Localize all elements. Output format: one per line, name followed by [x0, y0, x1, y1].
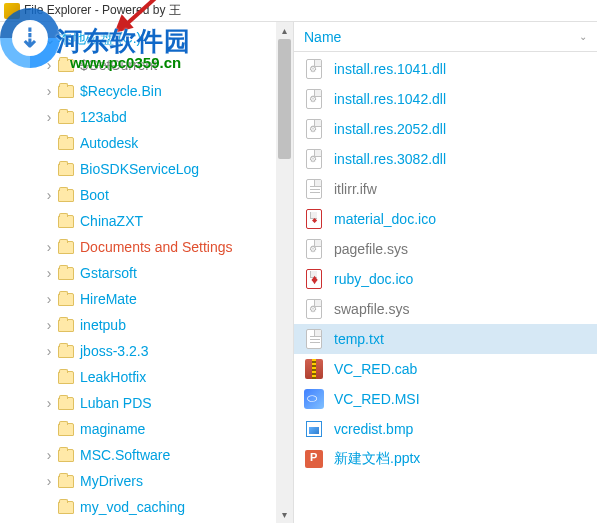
file-row[interactable]: temp.txt: [294, 324, 597, 354]
tree-item-label: $GetCurrent: [80, 57, 157, 73]
chevron-down-icon[interactable]: ⌄: [44, 31, 54, 47]
tree-item-label: MSC.Software: [80, 447, 170, 463]
tree-item-label: Gstarsoft: [80, 265, 137, 281]
file-row[interactable]: install.res.3082.dll: [294, 144, 597, 174]
folder-icon: [58, 163, 74, 176]
file-name-label: install.res.3082.dll: [334, 151, 446, 167]
file-row[interactable]: itlirr.ifw: [294, 174, 597, 204]
file-row[interactable]: VC_RED.cab: [294, 354, 597, 384]
file-row[interactable]: material_doc.ico: [294, 204, 597, 234]
app-icon: [4, 3, 20, 19]
folder-icon: [58, 215, 74, 228]
file-name-label: vcredist.bmp: [334, 421, 413, 437]
folder-icon: [58, 345, 74, 358]
file-name-label: ruby_doc.ico: [334, 271, 413, 287]
file-type-icon: [306, 59, 322, 79]
file-row[interactable]: install.res.1041.dll: [294, 54, 597, 84]
file-row[interactable]: VC_RED.MSI: [294, 384, 597, 414]
file-row[interactable]: ruby_doc.ico: [294, 264, 597, 294]
tree-item[interactable]: ›MyDrivers: [0, 468, 293, 494]
chevron-right-icon[interactable]: ›: [44, 343, 54, 359]
file-row[interactable]: pagefile.sys: [294, 234, 597, 264]
scroll-up-icon[interactable]: ▴: [276, 22, 293, 39]
tree-item[interactable]: ›HireMate: [0, 286, 293, 312]
tree-root[interactable]: ⌄ 本地磁盘 (C:): [0, 26, 293, 52]
folder-icon: [58, 241, 74, 254]
file-row[interactable]: 新建文档.pptx: [294, 444, 597, 474]
folder-icon: [58, 423, 74, 436]
file-list-pane: Name ⌄ install.res.1041.dllinstall.res.1…: [294, 22, 597, 523]
folder-icon: [58, 475, 74, 488]
file-name-label: VC_RED.MSI: [334, 391, 420, 407]
tree-item[interactable]: LeakHotfix: [0, 364, 293, 390]
file-name-label: install.res.1041.dll: [334, 61, 446, 77]
file-name-label: swapfile.sys: [334, 301, 409, 317]
folder-icon: [58, 449, 74, 462]
file-name-label: 新建文档.pptx: [334, 450, 420, 468]
folder-icon: [58, 59, 74, 72]
tree-item-label: Boot: [80, 187, 109, 203]
chevron-right-icon[interactable]: ›: [44, 317, 54, 333]
chevron-right-icon[interactable]: ›: [44, 265, 54, 281]
file-row[interactable]: vcredist.bmp: [294, 414, 597, 444]
tree-item[interactable]: ›Documents and Settings: [0, 234, 293, 260]
scrollbar-thumb[interactable]: [278, 39, 291, 159]
file-type-icon: [304, 389, 324, 409]
tree-item[interactable]: ›Boot: [0, 182, 293, 208]
file-name-label: itlirr.ifw: [334, 181, 377, 197]
chevron-right-icon[interactable]: ›: [44, 109, 54, 125]
file-type-icon: [306, 119, 322, 139]
tree-item[interactable]: ›jboss-3.2.3: [0, 338, 293, 364]
tree-root-label: 本地磁盘 (C:): [58, 30, 141, 48]
folder-icon: [58, 319, 74, 332]
chevron-right-icon[interactable]: ›: [44, 291, 54, 307]
chevron-right-icon[interactable]: ›: [44, 239, 54, 255]
tree-item[interactable]: ›$Recycle.Bin: [0, 78, 293, 104]
scroll-down-icon[interactable]: ▾: [276, 506, 293, 523]
file-row[interactable]: install.res.1042.dll: [294, 84, 597, 114]
tree-item[interactable]: Autodesk: [0, 130, 293, 156]
tree-item[interactable]: maginame: [0, 416, 293, 442]
file-row[interactable]: install.res.2052.dll: [294, 114, 597, 144]
file-header-name[interactable]: Name ⌄: [294, 22, 597, 52]
file-type-icon: [305, 359, 323, 379]
tree-item[interactable]: ›inetpub: [0, 312, 293, 338]
file-type-icon: [306, 179, 322, 199]
folder-tree-sidebar[interactable]: ⌄ 本地磁盘 (C:) ›$GetCurrent›$Recycle.Bin›12…: [0, 22, 294, 523]
tree-item[interactable]: ChinaZXT: [0, 208, 293, 234]
folder-icon: [58, 267, 74, 280]
folder-icon: [58, 137, 74, 150]
tree-item[interactable]: ›$GetCurrent: [0, 52, 293, 78]
file-row[interactable]: swapfile.sys: [294, 294, 597, 324]
tree-item[interactable]: ›123abd: [0, 104, 293, 130]
chevron-right-icon[interactable]: ›: [44, 395, 54, 411]
chevron-right-icon[interactable]: ›: [44, 57, 54, 73]
chevron-right-icon[interactable]: ›: [44, 473, 54, 489]
tree-item[interactable]: BioSDKServiceLog: [0, 156, 293, 182]
file-name-label: temp.txt: [334, 331, 384, 347]
tree-item[interactable]: ›Luban PDS: [0, 390, 293, 416]
file-type-icon: [306, 149, 322, 169]
file-type-icon: [306, 209, 322, 229]
tree-item-label: Autodesk: [80, 135, 138, 151]
file-type-icon: [306, 89, 322, 109]
folder-icon: [58, 111, 74, 124]
chevron-right-icon[interactable]: ›: [44, 447, 54, 463]
folder-icon: [58, 85, 74, 98]
tree-item-label: my_vod_caching: [80, 499, 185, 515]
tree-item-label: MyDrivers: [80, 473, 143, 489]
tree-item-label: 123abd: [80, 109, 127, 125]
chevron-right-icon[interactable]: ›: [44, 187, 54, 203]
file-type-icon: [306, 269, 322, 289]
tree-item-label: Luban PDS: [80, 395, 152, 411]
file-name-label: VC_RED.cab: [334, 361, 417, 377]
tree-item-label: BioSDKServiceLog: [80, 161, 199, 177]
tree-item[interactable]: my_vod_caching: [0, 494, 293, 520]
chevron-right-icon[interactable]: ›: [44, 83, 54, 99]
sidebar-scrollbar[interactable]: ▴ ▾: [276, 22, 293, 523]
column-header-label: Name: [304, 29, 341, 45]
tree-item[interactable]: ›MSC.Software: [0, 442, 293, 468]
folder-icon: [58, 397, 74, 410]
tree-item[interactable]: ›Gstarsoft: [0, 260, 293, 286]
file-type-icon: [306, 421, 322, 437]
